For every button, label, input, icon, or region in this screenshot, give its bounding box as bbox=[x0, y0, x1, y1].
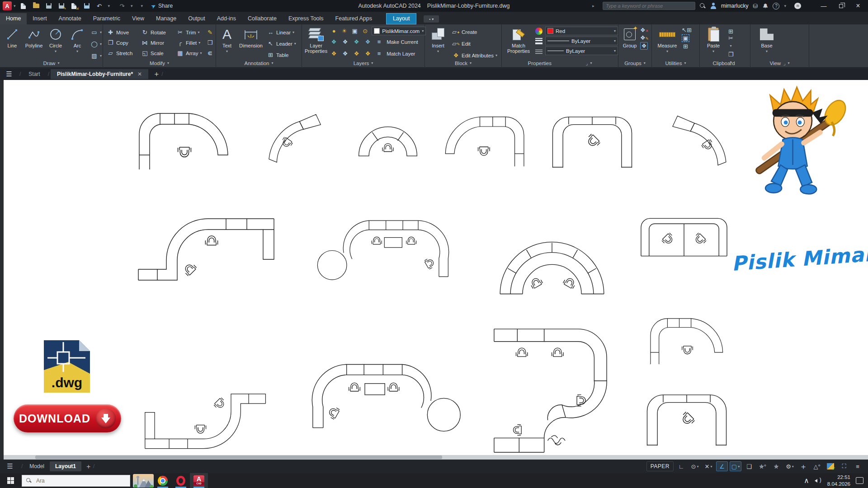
close-file-tab-icon[interactable]: ✕ bbox=[137, 71, 142, 77]
start-button[interactable] bbox=[0, 477, 21, 484]
erase-tool[interactable]: ✎ bbox=[206, 27, 217, 38]
notification-center-icon[interactable] bbox=[856, 477, 863, 484]
furniture-block-corner-sofa-1[interactable] bbox=[136, 111, 231, 169]
panel-utilities-title[interactable]: Utilities bbox=[652, 59, 699, 67]
username[interactable]: mimarlucky bbox=[721, 3, 749, 9]
edit-block-button[interactable]: ▱✎Edit bbox=[452, 38, 497, 49]
group-button[interactable]: Group bbox=[620, 25, 639, 48]
leader-tool[interactable]: ↖Leader▾ bbox=[267, 38, 296, 49]
furniture-block-arch-sofa-5[interactable] bbox=[550, 114, 635, 168]
app-menu-button[interactable]: A bbox=[3, 1, 12, 10]
layer-unlock2-icon[interactable]: ❖ bbox=[364, 50, 372, 57]
drawing-canvas[interactable]: Pislik Mimar .dwg DOWNLOAD bbox=[4, 80, 868, 455]
customize-status-icon[interactable]: ≡ bbox=[852, 461, 863, 471]
layer-off-icon[interactable]: ❖ bbox=[330, 38, 338, 45]
tab-express-tools[interactable]: Express Tools bbox=[283, 13, 330, 24]
widgets-weather-thumbnail[interactable] bbox=[133, 474, 154, 488]
user-avatar-icon[interactable] bbox=[710, 3, 717, 9]
arc-tool[interactable]: Arc ▾ bbox=[67, 25, 88, 53]
text-tool[interactable]: A Text ▾ bbox=[218, 25, 236, 53]
help-search-input[interactable] bbox=[603, 2, 695, 10]
tab-view[interactable]: View bbox=[126, 13, 150, 24]
view-dialog-launcher-icon[interactable]: ⌟ bbox=[783, 60, 785, 66]
panel-layers-title[interactable]: Layers bbox=[302, 59, 425, 67]
new-drawing-tab-button[interactable]: ＋ bbox=[153, 70, 160, 79]
furniture-block-s-desk-5[interactable] bbox=[136, 379, 276, 451]
polyline-tool[interactable]: Polyline bbox=[24, 25, 44, 48]
furniture-block-arc-desk-3[interactable] bbox=[494, 239, 610, 299]
furniture-block-curved-sofa-6[interactable] bbox=[668, 114, 730, 168]
tab-home[interactable]: Home bbox=[0, 13, 27, 24]
layer-freeze-icon[interactable]: ❖ bbox=[341, 38, 349, 45]
download-button[interactable]: DOWNLOAD bbox=[14, 404, 121, 432]
notification-bell-icon[interactable]: 🔔︎ bbox=[762, 3, 768, 9]
undo-caret-icon[interactable]: ▾ bbox=[108, 4, 110, 8]
linetype-combo[interactable]: ByLayer▾ bbox=[545, 47, 618, 55]
annotation-autoscale-icon[interactable]: ✯ bbox=[770, 461, 782, 471]
feedback-icon[interactable]: ≋ bbox=[794, 3, 801, 9]
object-snap-icon[interactable]: ▢▾ bbox=[730, 461, 741, 471]
copy-tool[interactable]: ❐Copy bbox=[107, 38, 141, 48]
ribbon-display-toggle[interactable]: ▪▾ bbox=[424, 15, 439, 23]
layout-menu-icon[interactable]: ☰ bbox=[0, 462, 20, 470]
mirror-tool[interactable]: ⋈Mirror bbox=[141, 38, 176, 48]
panel-properties-title[interactable]: Properties⌟ bbox=[502, 59, 618, 67]
select-similar-icon[interactable]: ▣ bbox=[682, 34, 689, 42]
undo-icon[interactable]: ↶ bbox=[95, 2, 104, 9]
layer-unlock-icon[interactable]: ⊙ bbox=[361, 28, 369, 34]
furniture-block-long-desk-6[interactable] bbox=[307, 359, 467, 446]
match-layer-button[interactable]: Match Layer bbox=[387, 51, 415, 56]
taskbar-search[interactable] bbox=[22, 475, 130, 487]
panel-draw-title[interactable]: Draw bbox=[0, 59, 103, 67]
share-button[interactable]: ➤ Share bbox=[151, 3, 173, 9]
open-file-icon[interactable] bbox=[32, 2, 40, 9]
tray-expand-icon[interactable]: ∧ bbox=[804, 476, 809, 485]
quick-calculator-icon[interactable]: ⊞ bbox=[682, 43, 689, 50]
layer-lock-icon[interactable]: ❖ bbox=[364, 38, 372, 45]
taskbar-search-input[interactable] bbox=[35, 477, 103, 484]
insert-block-button[interactable]: Insert ▾ bbox=[428, 25, 448, 53]
circle-tool[interactable]: Circle ▾ bbox=[45, 25, 66, 53]
search-icon[interactable] bbox=[700, 3, 706, 9]
redo-icon[interactable]: ↷ bbox=[118, 2, 126, 9]
tab-collaborate[interactable]: Collaborate bbox=[242, 13, 283, 24]
file-tab-menu-icon[interactable]: ☰ bbox=[0, 70, 18, 78]
furniture-block-corner-sofa-4[interactable] bbox=[443, 114, 527, 167]
new-layout-button[interactable]: ＋ bbox=[85, 462, 92, 471]
tab-annotate[interactable]: Annotate bbox=[53, 13, 87, 24]
furniture-block-long-desk-2[interactable] bbox=[302, 216, 463, 293]
furniture-block-curved-sofa-2[interactable] bbox=[266, 113, 325, 165]
tab-layout[interactable]: Layout bbox=[386, 13, 417, 24]
isolate-objects-icon[interactable]: △° bbox=[811, 461, 823, 471]
new-file-icon[interactable] bbox=[19, 2, 28, 9]
panel-groups-title[interactable]: Groups bbox=[618, 59, 651, 67]
isometric-drafting-icon[interactable]: ✕▾ bbox=[703, 461, 714, 471]
panel-modify-title[interactable]: Modify bbox=[103, 59, 216, 67]
object-color-combo[interactable]: Red ▾ bbox=[545, 27, 618, 35]
panel-annotation-title[interactable]: Annotation bbox=[216, 59, 302, 67]
furniture-block-s-desk-1[interactable] bbox=[136, 216, 276, 297]
graphics-performance-icon[interactable] bbox=[825, 461, 836, 471]
layer-walk-icon[interactable]: ❖ bbox=[330, 50, 338, 57]
properties-dialog-launcher-icon[interactable]: ⌟ bbox=[585, 60, 588, 66]
horizontal-scrollbar[interactable] bbox=[4, 455, 868, 460]
dwg-file-badge[interactable]: .dwg bbox=[42, 338, 92, 394]
layer-properties-button[interactable]: Layer Properties bbox=[305, 25, 327, 54]
explode-tool[interactable]: ❒ bbox=[206, 38, 217, 48]
file-tab-document[interactable]: PislikMimar-Lobby-Furniture* ✕ bbox=[51, 69, 148, 79]
trim-tool[interactable]: ✂Trim▾ bbox=[176, 27, 206, 38]
polar-tracking-icon[interactable]: ⊙▾ bbox=[689, 461, 701, 471]
annotation-scale-icon[interactable]: ＋ bbox=[797, 461, 809, 471]
tab-output[interactable]: Output bbox=[182, 13, 211, 24]
fillet-tool[interactable]: ╭Fillet▾ bbox=[176, 38, 206, 48]
stretch-tool[interactable]: ▱Stretch bbox=[107, 48, 141, 58]
quick-select-icon[interactable]: ↖⊞ bbox=[682, 27, 689, 33]
match-properties-button[interactable]: Match Properties bbox=[505, 25, 533, 54]
redo-caret-icon[interactable]: ▾ bbox=[131, 4, 133, 8]
restore-button[interactable] bbox=[835, 1, 847, 11]
tab-parametric[interactable]: Parametric bbox=[87, 13, 126, 24]
rotate-tool[interactable]: ↻Rotate bbox=[141, 27, 176, 38]
tab-insert[interactable]: Insert bbox=[27, 13, 52, 24]
panel-clipboard-title[interactable]: Clipboard bbox=[700, 59, 750, 67]
lineweight-combo[interactable]: ByLayer▾ bbox=[545, 37, 618, 45]
